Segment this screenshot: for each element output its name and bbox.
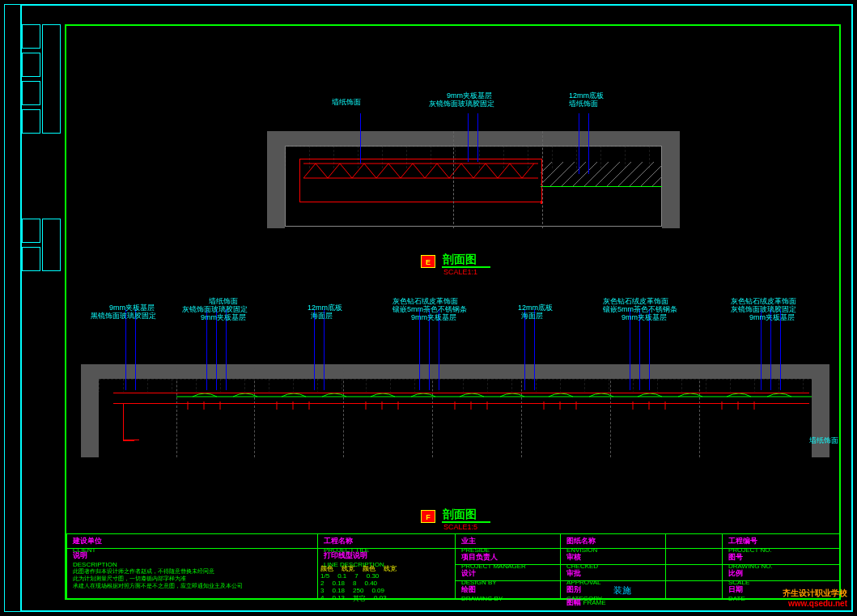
section-f-title: F 剖面图 SCALE1:5 xyxy=(421,508,477,531)
red-frame xyxy=(299,159,542,202)
tb-sheetno-label: 图号 xyxy=(728,553,743,561)
tb-line-h4: 线宽 xyxy=(384,564,397,573)
watermark-line2: www.qsedu.net xyxy=(783,599,847,608)
tb-desc-label: 说明 xyxy=(73,551,87,559)
leader xyxy=(534,309,535,390)
bay-div xyxy=(542,131,543,228)
leader xyxy=(324,309,325,390)
section-marker: F xyxy=(421,510,435,523)
anno-e2b: 灰镜饰面玻璃胶固定 xyxy=(429,99,494,109)
section-underline xyxy=(442,266,490,268)
tb-approve-label: 审批 xyxy=(566,569,581,577)
anno-f3-3: 9mm夹板基层 xyxy=(411,312,456,323)
ruler-tick xyxy=(22,247,40,271)
leader xyxy=(135,309,136,390)
tb-date-label: 日期 xyxy=(728,585,743,593)
anno-f5-3: 9mm夹板基层 xyxy=(622,312,667,323)
ruler-tick xyxy=(42,24,61,134)
tb-check-label: 审核 xyxy=(566,553,581,561)
tb-frame-label: 图幅 xyxy=(566,598,581,606)
wall-left xyxy=(81,364,99,457)
tb-pm-label: 项目负责人 xyxy=(461,553,498,561)
section-marker: E xyxy=(421,255,435,268)
tb-frame-sub: FRAME xyxy=(583,599,606,606)
leader xyxy=(125,309,126,390)
svg-rect-1 xyxy=(541,162,662,186)
tb-line-row: 30.182500.09 xyxy=(320,587,384,594)
leader xyxy=(579,113,579,174)
anno-f1-3: 9mm夹板基层 xyxy=(201,312,246,323)
tb-category-label: 图别 xyxy=(566,585,581,593)
wall-right xyxy=(662,131,680,228)
ruler-tick xyxy=(22,53,40,77)
watermark: 齐生设计职业学校 www.qsedu.net xyxy=(783,588,847,608)
ruler-tick xyxy=(22,81,40,105)
tb-line-label: 打印线型说明 xyxy=(324,551,367,559)
anno-f-side: 墙纸饰面 xyxy=(809,435,838,446)
anno-f0-2: 黑镜饰面玻璃胶固定 xyxy=(91,311,156,321)
leader xyxy=(468,113,469,162)
ruler-tick xyxy=(22,109,40,134)
section-f xyxy=(81,348,829,494)
leader xyxy=(314,309,315,390)
section-underline xyxy=(442,521,490,523)
wall-top xyxy=(81,364,829,379)
title-block: 建设单位 CLIENT 说明 DESCRIPTION 此图著作归本设计师之作者赵… xyxy=(66,533,839,598)
red-ticks xyxy=(99,401,812,418)
tb-scale-label: 比例 xyxy=(728,569,743,577)
bay-div xyxy=(453,131,454,228)
anno-f4-2: 海面层 xyxy=(521,311,543,321)
leader xyxy=(477,113,478,162)
red-drop xyxy=(123,403,139,440)
green-line xyxy=(541,186,662,187)
tb-line-row: 40.13其它0.03 xyxy=(320,594,387,603)
red-h xyxy=(123,440,134,441)
anno-f6-3: 9mm夹板基层 xyxy=(749,312,795,323)
tb-line-row: 20.1880.40 xyxy=(320,580,377,587)
wall-left xyxy=(267,131,285,228)
leader xyxy=(360,113,361,164)
tb-desc-text3: 承建人在现场根据对照方面不是不之意图，应立即通知业主及本公司 xyxy=(73,583,243,588)
anno-e3b: 墙纸饰面 xyxy=(569,99,598,109)
diagonal-hatch xyxy=(541,162,662,186)
leader xyxy=(524,309,525,390)
tb-sheetname-label: 图纸名称 xyxy=(566,537,596,545)
tb-drawing-label: 绘图 xyxy=(461,585,476,593)
tb-project-label: 工程名称 xyxy=(324,537,353,545)
ruler-tick xyxy=(22,24,40,49)
tb-drawing-sub: DRAWING BY xyxy=(461,595,503,602)
tb-client-label: 建设单位 xyxy=(73,537,102,545)
section-e xyxy=(267,113,680,267)
watermark-line1: 齐生设计职业学校 xyxy=(783,588,847,599)
leader xyxy=(588,113,589,174)
tb-owner-label: 业主 xyxy=(461,537,476,545)
section-e-title: E 剖面图 SCALE1:1 xyxy=(421,253,477,276)
section-scale: SCALE1:1 xyxy=(443,268,477,276)
anno-f2-2: 海面层 xyxy=(311,311,333,321)
wall-top xyxy=(267,131,680,146)
section-scale: SCALE1:5 xyxy=(443,523,477,531)
anno-e1: 墙纸饰面 xyxy=(332,97,361,108)
tb-desc-text2: 此为计划测量尺寸图，一切遵循内部字样为准 xyxy=(73,576,186,581)
tb-line-row: 1/50.170.30 xyxy=(320,572,379,580)
ruler-tick xyxy=(42,219,61,271)
tb-design-label: 设计 xyxy=(461,569,476,577)
section-name: 剖面图 xyxy=(443,253,477,266)
ruler-tick xyxy=(22,219,40,243)
tb-category-val: 装施 xyxy=(610,584,634,597)
tb-projno-label: 工程编号 xyxy=(728,537,757,545)
section-name: 剖面图 xyxy=(443,508,477,520)
tb-date-sub: DATE xyxy=(728,595,745,602)
tb-desc-text1: 此图著作归本设计师之作者赵成，不得随意替换未经同意 xyxy=(73,568,214,574)
